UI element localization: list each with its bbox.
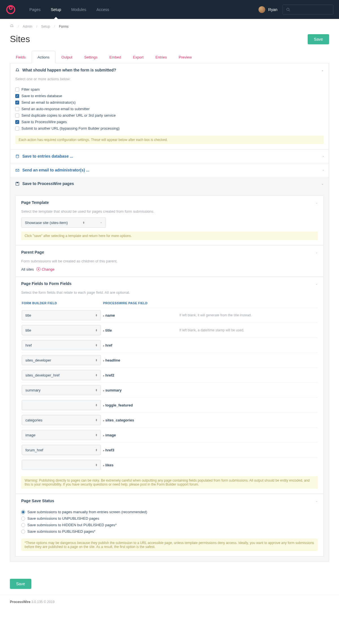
chevron-down-icon: ⌄ <box>315 251 318 254</box>
action-checkbox-row: Submit to another URL (bypassing Form Bu… <box>15 125 324 132</box>
form-field-select[interactable]: image▴▾ <box>22 430 101 440</box>
save-button[interactable]: Save <box>308 34 329 44</box>
field-mapping-row: sites_developer▴▾headline <box>21 353 318 367</box>
topbar: PagesSetupModulesAccess Ryan <box>0 0 339 19</box>
page-field-label: href <box>103 343 112 347</box>
search-icon <box>286 8 290 12</box>
nav-modules[interactable]: Modules <box>66 0 91 19</box>
field-mapping-row: sites_developer_href▴▾href2 <box>21 367 318 382</box>
nav-setup[interactable]: Setup <box>46 0 66 19</box>
save-pages-header[interactable]: Save to ProcessWire pages ⌄ <box>10 177 329 190</box>
form-field-select[interactable]: title▴▾ <box>22 310 101 320</box>
chevron-down-icon: ⌄ <box>321 182 324 186</box>
form-field-select[interactable]: title▴▾ <box>22 325 101 335</box>
field-mapping-row: image▴▾image <box>21 427 318 442</box>
form-field-select[interactable]: ▴▾ <box>22 400 101 410</box>
checkbox[interactable] <box>15 120 19 124</box>
avatar <box>258 6 265 13</box>
page-field-label: sites_categories <box>103 418 134 422</box>
change-parent-link[interactable]: Change <box>36 267 55 271</box>
tab-embed[interactable]: Embed <box>103 51 127 63</box>
fields-card-header[interactable]: Page Fields to Form Fields⌄ <box>16 277 323 290</box>
svg-line-3 <box>289 10 290 11</box>
page-field-label: name <box>103 313 115 317</box>
status-radio-row: Save submissions to UNPUBLISHED pages <box>21 515 318 522</box>
nav-access[interactable]: Access <box>91 0 114 19</box>
checkbox[interactable] <box>15 94 19 98</box>
user-name: Ryan <box>268 7 277 12</box>
radio[interactable] <box>21 523 25 527</box>
field-mapping-row: summary▴▾summary <box>21 382 318 397</box>
status-card-header[interactable]: Page Save Status⌄ <box>16 494 323 508</box>
status-radio-row: Save submissions to PUBLISHED pages* <box>21 528 318 535</box>
tabs: FieldsActionsOutputSettingsEmbedExportEn… <box>10 51 329 63</box>
form-field-select[interactable]: forum_href▴▾ <box>22 445 101 455</box>
field-mapping-row: forum_href▴▾href3 <box>21 442 318 457</box>
status-radio-row: Save submissions to HIDDEN but PUBLISHED… <box>21 522 318 528</box>
field-mapping-row: ▴▾toggle_featured <box>21 397 318 412</box>
search-input[interactable] <box>282 5 333 15</box>
bell-icon <box>15 68 19 72</box>
page-field-label: title <box>103 328 112 332</box>
form-field-select[interactable]: categories▴▾ <box>22 415 101 425</box>
field-mapping-row: title▴▾titleIf left blank, a date/time s… <box>21 323 318 338</box>
submit-note: Each action has required configuration s… <box>15 136 324 144</box>
collapsed-section[interactable]: Save to entries database ...› <box>10 149 329 163</box>
checkbox[interactable] <box>15 101 19 105</box>
form-field-select[interactable]: href▴▾ <box>22 340 101 350</box>
tab-fields[interactable]: Fields <box>10 51 32 63</box>
tab-output[interactable]: Output <box>55 51 78 63</box>
tab-entries[interactable]: Entries <box>149 51 173 63</box>
template-card-header[interactable]: Page Template⌄ <box>16 196 323 209</box>
main-nav: PagesSetupModulesAccess <box>24 0 114 19</box>
chevron-right-icon: › <box>323 168 324 172</box>
form-field-select[interactable]: sites_developer_href▴▾ <box>22 370 101 380</box>
tab-preview[interactable]: Preview <box>173 51 198 63</box>
form-field-select[interactable]: sites_developer▴▾ <box>22 355 101 365</box>
action-checkbox-row: Send duplicate copies to another URL or … <box>15 112 324 119</box>
svg-point-1 <box>9 6 12 9</box>
chevron-right-icon: › <box>323 155 324 158</box>
svg-point-2 <box>287 8 289 10</box>
collapsed-section[interactable]: Send an email to administrator(s) ...› <box>10 163 329 177</box>
page-field-label: headline <box>103 358 120 362</box>
bell-icon[interactable] <box>10 24 14 29</box>
tab-export[interactable]: Export <box>127 51 150 63</box>
action-checkbox-row: Send an auto-response email to submitter <box>15 106 324 112</box>
panel: What should happen when the form is subm… <box>10 63 329 562</box>
tab-actions[interactable]: Actions <box>32 51 56 63</box>
template-select[interactable]: Showcase site (sites-item)▴▾ <box>21 217 106 228</box>
action-checkbox-row: Send an email to administrator(s) <box>15 99 324 106</box>
page-field-label: toggle_featured <box>103 403 133 407</box>
radio[interactable] <box>21 510 25 514</box>
action-checkbox-row: Filter spam <box>15 86 324 93</box>
svg-rect-7 <box>17 182 18 183</box>
submit-section-header[interactable]: What should happen when the form is subm… <box>10 63 329 77</box>
page-field-label: href3 <box>103 448 114 452</box>
logo[interactable] <box>6 5 16 15</box>
form-field-select[interactable]: summary▴▾ <box>22 385 101 395</box>
copyright: ProcessWire 3.0.135 © 2019 <box>0 595 339 609</box>
radio[interactable] <box>21 530 25 534</box>
checkbox[interactable] <box>15 88 19 92</box>
user-menu[interactable]: Ryan <box>258 6 277 13</box>
breadcrumb: /Admin /Setup /Forms <box>10 19 329 34</box>
nav-pages[interactable]: Pages <box>24 0 46 19</box>
checkbox[interactable] <box>15 107 19 111</box>
tab-settings[interactable]: Settings <box>78 51 103 63</box>
save-icon <box>15 182 19 186</box>
chevron-down-icon: ⌄ <box>315 499 318 503</box>
form-field-select[interactable]: ▴▾ <box>22 460 101 470</box>
checkbox[interactable] <box>15 114 19 118</box>
svg-point-4 <box>16 155 19 156</box>
field-mapping-row: title▴▾nameIf left blank, it will genera… <box>21 308 318 323</box>
chevron-down-icon: ⌄ <box>321 68 324 72</box>
page-field-label: likes <box>103 463 114 467</box>
save-button-footer[interactable]: Save <box>10 579 31 589</box>
page-field-label: image <box>103 433 116 437</box>
chevron-down-icon: ⌄ <box>315 201 318 204</box>
radio[interactable] <box>21 517 25 521</box>
field-mapping-row: categories▴▾sites_categories <box>21 412 318 427</box>
parent-card-header[interactable]: Parent Page⌄ <box>16 245 323 259</box>
checkbox[interactable] <box>15 127 19 130</box>
